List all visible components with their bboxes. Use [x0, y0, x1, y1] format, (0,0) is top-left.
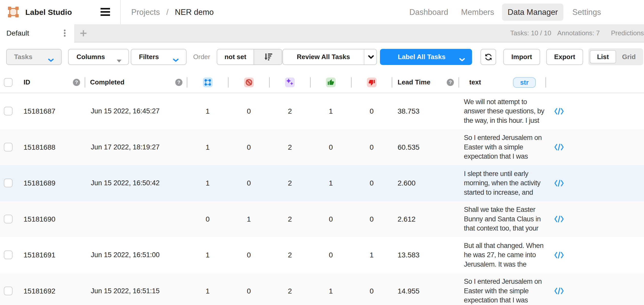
- chevron-down-icon: [368, 55, 374, 59]
- view-source-icon[interactable]: [553, 93, 565, 129]
- cell-annotations: 1: [187, 273, 228, 305]
- filters-dropdown-label: Filters: [139, 53, 159, 61]
- nav-data-manager[interactable]: Data Manager: [502, 4, 563, 21]
- row-checkbox[interactable]: [4, 215, 13, 223]
- row-checkbox[interactable]: [4, 250, 13, 259]
- column-divider: [392, 77, 392, 88]
- column-header-text[interactable]: text: [469, 72, 481, 93]
- help-icon[interactable]: [175, 79, 182, 86]
- review-dropdown-toggle[interactable]: [364, 49, 377, 64]
- cell-text: Shall we take the Easter Bunny and Santa…: [464, 205, 541, 233]
- data-manager-screen: Label Studio Projects / NER demo Dashboa…: [0, 0, 644, 305]
- label-all-tasks-label: Label All Tasks: [380, 49, 463, 65]
- import-button[interactable]: Import: [503, 49, 540, 65]
- tasks-dropdown-label: Tasks: [14, 53, 32, 61]
- tab-default[interactable]: Default: [0, 24, 74, 42]
- help-icon[interactable]: [447, 79, 454, 86]
- column-header-id[interactable]: ID: [24, 72, 30, 93]
- nav-settings[interactable]: Settings: [572, 0, 601, 24]
- view-source-icon[interactable]: [553, 165, 565, 201]
- cell-lead-time: 14.955: [398, 273, 420, 305]
- column-divider: [187, 77, 187, 88]
- cell-completed: Jun 15 2022, 16:51:00: [91, 237, 160, 273]
- column-header-completed[interactable]: Completed: [90, 72, 124, 93]
- column-divider: [351, 77, 352, 88]
- select-all-checkbox[interactable]: [4, 78, 13, 87]
- stat-tasks-count: Tasks: 10 / 10: [510, 24, 551, 42]
- help-icon[interactable]: [73, 79, 80, 86]
- column-header-rejected[interactable]: [367, 78, 377, 87]
- cell-id: 15181692: [24, 273, 56, 305]
- view-toggle: List Grid: [588, 48, 643, 65]
- order-value-control: not set: [217, 49, 282, 65]
- columns-dropdown[interactable]: Columns: [68, 49, 129, 65]
- breadcrumb: Projects / NER demo: [131, 0, 214, 24]
- cell-annotations: 1: [187, 93, 228, 129]
- nav-members[interactable]: Members: [461, 0, 494, 24]
- cell-predictions: 2: [269, 165, 310, 201]
- cell-completed: Jun 17 2022, 18:19:27: [91, 129, 160, 165]
- sort-direction-button[interactable]: [254, 49, 282, 64]
- cell-accepted: 0: [310, 201, 351, 237]
- triangle-down-icon: [117, 56, 122, 64]
- tab-default-label: Default: [6, 24, 29, 42]
- column-header-lead-time[interactable]: Lead Time: [398, 72, 430, 93]
- table-row[interactable]: 15181688 Jun 17 2022, 18:19:27 1 0 2 0 0…: [0, 129, 644, 165]
- cell-rejected: 0: [351, 93, 392, 129]
- view-list-button[interactable]: List: [590, 50, 616, 63]
- cell-rejected: 0: [351, 273, 392, 305]
- column-divider: [85, 77, 85, 88]
- view-source-icon[interactable]: [553, 237, 565, 273]
- breadcrumb-projects[interactable]: Projects: [131, 8, 160, 17]
- nav-dashboard[interactable]: Dashboard: [409, 0, 448, 24]
- row-checkbox[interactable]: [4, 287, 13, 295]
- table-row[interactable]: 15181692 Jun 15 2022, 16:51:15 1 0 2 1 0…: [0, 273, 644, 305]
- filters-dropdown[interactable]: Filters: [131, 49, 187, 65]
- refresh-button[interactable]: [481, 49, 496, 65]
- cell-annotations: 1: [187, 237, 228, 273]
- table-row[interactable]: 15181691 Jun 15 2022, 16:51:00 1 0 2 0 1…: [0, 237, 644, 273]
- review-all-tasks-control: Review All Tasks: [282, 49, 377, 65]
- hamburger-menu-icon[interactable]: [101, 8, 110, 16]
- table-row[interactable]: 15181689 Jun 15 2022, 16:50:42 1 0 2 1 0…: [0, 165, 644, 201]
- cell-rejected: 0: [351, 129, 392, 165]
- order-value-button[interactable]: not set: [217, 49, 254, 64]
- tasks-dropdown[interactable]: Tasks: [6, 49, 62, 65]
- column-header-accepted[interactable]: [326, 78, 336, 87]
- cell-predictions: 2: [269, 273, 310, 305]
- cell-accepted: 0: [310, 129, 351, 165]
- cell-accepted: 1: [310, 273, 351, 305]
- column-header-annotations[interactable]: [203, 78, 213, 87]
- cell-predictions: 2: [269, 201, 310, 237]
- tab-options-kebab-icon[interactable]: [61, 29, 68, 37]
- table-header: ID Completed: [0, 72, 644, 93]
- export-button[interactable]: Export: [546, 49, 583, 65]
- app-header: Label Studio Projects / NER demo Dashboa…: [0, 0, 644, 24]
- add-tab-icon[interactable]: [80, 30, 87, 37]
- column-header-predictions[interactable]: [285, 78, 295, 87]
- row-checkbox[interactable]: [4, 179, 13, 187]
- table-row[interactable]: 15181690 0 1 2 0 0 2.612 Shall we take t…: [0, 201, 644, 237]
- cell-lead-time: 2.600: [398, 165, 416, 201]
- view-source-icon[interactable]: [553, 129, 565, 165]
- view-grid-button[interactable]: Grid: [616, 48, 642, 65]
- cell-id: 15181687: [24, 93, 56, 129]
- table-row[interactable]: 15181687 Jun 15 2022, 16:45:27 1 0 2 1 0…: [0, 93, 644, 129]
- row-checkbox[interactable]: [4, 107, 13, 115]
- label-studio-logo-icon[interactable]: [8, 6, 19, 18]
- review-all-tasks-button[interactable]: Review All Tasks: [283, 49, 364, 64]
- cell-text: I slept there until early morning, when …: [464, 169, 540, 197]
- cell-lead-time: 38.753: [398, 93, 420, 129]
- row-checkbox[interactable]: [4, 143, 13, 151]
- cell-accepted: 1: [310, 93, 351, 129]
- view-source-icon[interactable]: [553, 201, 565, 237]
- cell-rejected: 1: [351, 237, 392, 273]
- sort-descending-icon: [265, 53, 272, 61]
- column-header-cancelled-annotations[interactable]: [244, 78, 254, 87]
- view-source-icon[interactable]: [553, 273, 565, 305]
- label-all-tasks-button[interactable]: Label All Tasks: [380, 49, 472, 65]
- cell-lead-time: 60.535: [398, 129, 420, 165]
- breadcrumb-separator: /: [166, 8, 169, 17]
- cell-cancelled: 0: [228, 165, 269, 201]
- column-type-badge[interactable]: str: [513, 77, 536, 88]
